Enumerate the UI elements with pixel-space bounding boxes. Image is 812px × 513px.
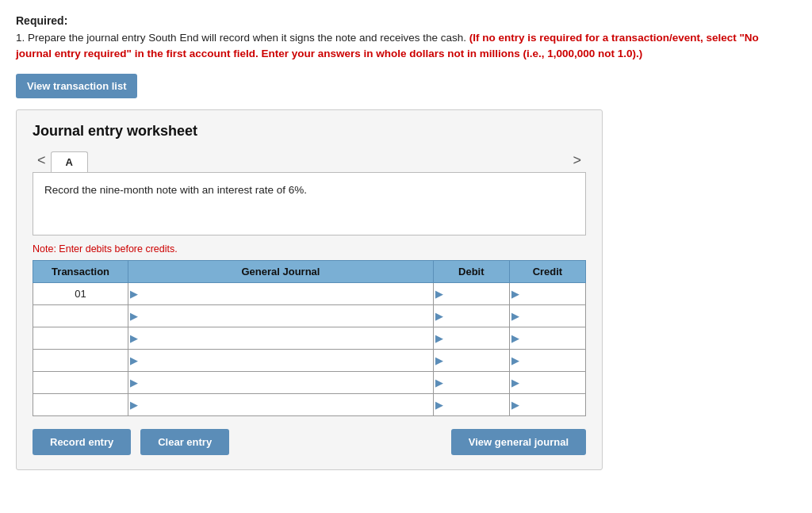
cell-transaction-2: [33, 327, 128, 349]
input-credit-4[interactable]: [510, 372, 585, 393]
input-general-journal-4[interactable]: [128, 372, 433, 393]
cell-general-journal-1[interactable]: ▶: [128, 304, 434, 327]
instructions: 1. Prepare the journal entry South End w…: [16, 30, 796, 63]
cell-credit-5[interactable]: ▶: [509, 393, 585, 415]
cell-credit-3[interactable]: ▶: [509, 349, 585, 371]
cell-general-journal-2[interactable]: ▶: [128, 327, 434, 349]
col-header-general-journal: General Journal: [128, 260, 434, 282]
view-general-journal-button[interactable]: View general journal: [451, 429, 586, 455]
input-debit-4[interactable]: [434, 372, 509, 393]
input-credit-2[interactable]: [510, 327, 585, 349]
cell-general-journal-5[interactable]: ▶: [128, 393, 434, 415]
required-label: Required:: [16, 14, 796, 27]
cell-credit-4[interactable]: ▶: [509, 371, 585, 393]
col-header-credit: Credit: [509, 260, 585, 282]
table-row: 01▶▶▶: [33, 282, 586, 304]
table-row: ▶▶▶: [33, 349, 586, 371]
table-row: ▶▶▶: [33, 327, 586, 349]
input-debit-1[interactable]: [434, 305, 509, 327]
cell-debit-3[interactable]: ▶: [433, 349, 509, 371]
table-row: ▶▶▶: [33, 371, 586, 393]
description-text: Record the nine-month note with an inter…: [44, 184, 307, 196]
cell-debit-4[interactable]: ▶: [433, 371, 509, 393]
tab-row: < A >: [33, 149, 586, 172]
input-credit-5[interactable]: [510, 394, 585, 415]
cell-transaction-4: [33, 371, 128, 393]
cell-transaction-5: [33, 393, 128, 415]
clear-entry-button[interactable]: Clear entry: [140, 429, 229, 455]
cell-debit-5[interactable]: ▶: [433, 393, 509, 415]
cell-transaction-3: [33, 349, 128, 371]
cell-credit-2[interactable]: ▶: [509, 327, 585, 349]
cell-transaction-1: [33, 304, 128, 327]
cell-general-journal-4[interactable]: ▶: [128, 371, 434, 393]
input-debit-5[interactable]: [434, 394, 509, 415]
button-row: Record entry Clear entry View general jo…: [33, 429, 586, 455]
input-general-journal-2[interactable]: [128, 327, 433, 349]
input-credit-1[interactable]: [510, 305, 585, 327]
input-credit-0[interactable]: [510, 283, 585, 304]
cell-debit-0[interactable]: ▶: [433, 282, 509, 304]
table-row: ▶▶▶: [33, 393, 586, 415]
nav-right-arrow[interactable]: >: [568, 149, 586, 172]
input-general-journal-5[interactable]: [128, 394, 433, 415]
col-header-transaction: Transaction: [33, 260, 128, 282]
input-general-journal-1[interactable]: [128, 305, 433, 327]
description-box: Record the nine-month note with an inter…: [33, 172, 586, 235]
cell-transaction-0: 01: [33, 282, 128, 304]
note-text: Note: Enter debits before credits.: [33, 243, 586, 255]
instructions-line1: 1. Prepare the journal entry South End w…: [16, 32, 466, 44]
input-credit-3[interactable]: [510, 350, 585, 371]
cell-credit-1[interactable]: ▶: [509, 304, 585, 327]
col-header-debit: Debit: [433, 260, 509, 282]
cell-credit-0[interactable]: ▶: [509, 282, 585, 304]
worksheet-title: Journal entry worksheet: [33, 123, 586, 140]
table-row: ▶▶▶: [33, 304, 586, 327]
input-general-journal-3[interactable]: [128, 350, 433, 371]
input-general-journal-0[interactable]: [128, 283, 433, 304]
input-debit-0[interactable]: [434, 283, 509, 304]
cell-general-journal-3[interactable]: ▶: [128, 349, 434, 371]
nav-left-arrow[interactable]: <: [33, 149, 51, 172]
input-debit-3[interactable]: [434, 350, 509, 371]
tab-a[interactable]: A: [51, 151, 88, 172]
record-entry-button[interactable]: Record entry: [33, 429, 131, 455]
input-debit-2[interactable]: [434, 327, 509, 349]
worksheet-container: Journal entry worksheet < A > Record the…: [16, 109, 603, 470]
cell-debit-2[interactable]: ▶: [433, 327, 509, 349]
view-transaction-button[interactable]: View transaction list: [16, 74, 137, 98]
journal-table: Transaction General Journal Debit Credit…: [33, 260, 586, 416]
cell-debit-1[interactable]: ▶: [433, 304, 509, 327]
cell-general-journal-0[interactable]: ▶: [128, 282, 434, 304]
